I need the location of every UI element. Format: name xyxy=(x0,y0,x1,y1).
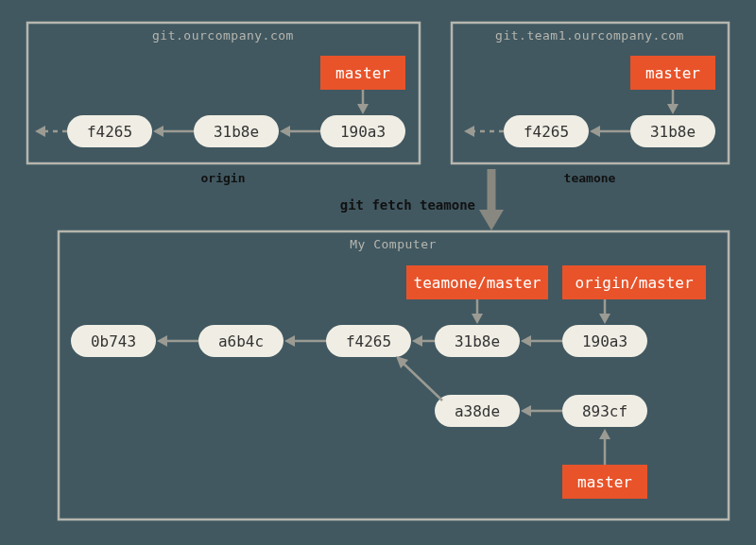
arrow-head-icon xyxy=(357,104,369,114)
arrow-line xyxy=(402,362,442,400)
arrow-head-icon xyxy=(599,314,610,324)
arrow-head-icon xyxy=(284,335,295,347)
arrow-head-icon xyxy=(667,104,679,114)
commit-text: 190a3 xyxy=(340,123,386,141)
commit-text: 0b743 xyxy=(91,332,136,350)
origin-label: origin xyxy=(201,171,246,185)
commit-text: 190a3 xyxy=(582,332,627,350)
arrow-head-icon xyxy=(280,126,290,137)
git-remote-diagram: git.ourcompany.com origin master f4265 3… xyxy=(0,0,756,545)
teamone-label: teamone xyxy=(564,171,616,185)
arrow-head-icon xyxy=(412,335,422,347)
origin-title: git.ourcompany.com xyxy=(152,28,294,43)
teamone-master-branch-text: master xyxy=(645,64,700,82)
arrow-head-icon xyxy=(464,126,474,137)
commit-text: 31b8e xyxy=(455,332,500,350)
commit-text: a6b4c xyxy=(218,332,264,350)
teamone-title: git.team1.ourcompany.com xyxy=(495,28,684,43)
arrow-head-icon xyxy=(590,126,600,137)
commit-text: f4265 xyxy=(524,123,569,141)
commit-text: a38de xyxy=(455,402,500,420)
arrow-head-icon xyxy=(472,314,483,324)
arrow-head-icon xyxy=(521,405,531,417)
arrow-head-icon xyxy=(157,335,167,347)
teamone-master-ref-text: teamone/master xyxy=(414,274,541,292)
arrow-head-icon xyxy=(599,429,610,439)
commit-text: 893cf xyxy=(582,402,627,420)
origin-master-ref-text: origin/master xyxy=(575,274,694,292)
fetch-arrow-head-icon xyxy=(479,210,504,230)
arrow-head-icon xyxy=(521,335,531,347)
local-master-branch-text: master xyxy=(577,473,632,491)
arrow-head-icon xyxy=(153,126,163,137)
origin-master-branch-text: master xyxy=(335,64,390,82)
fetch-command-label: git fetch teamone xyxy=(340,197,475,213)
commit-text: 31b8e xyxy=(214,123,259,141)
commit-text: f4265 xyxy=(87,123,132,141)
arrow-head-icon xyxy=(35,126,45,137)
commit-text: 31b8e xyxy=(650,123,696,141)
local-title: My Computer xyxy=(350,237,437,251)
commit-text: f4265 xyxy=(346,332,391,350)
